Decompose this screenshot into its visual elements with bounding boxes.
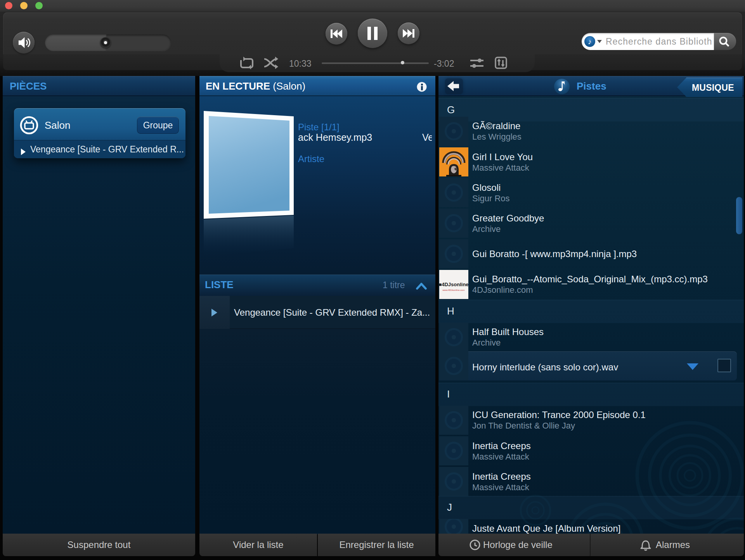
svg-text:www.4DJsonline.com: www.4DJsonline.com — [442, 289, 464, 291]
svg-text:■4DJsonline: ■4DJsonline — [439, 282, 468, 287]
